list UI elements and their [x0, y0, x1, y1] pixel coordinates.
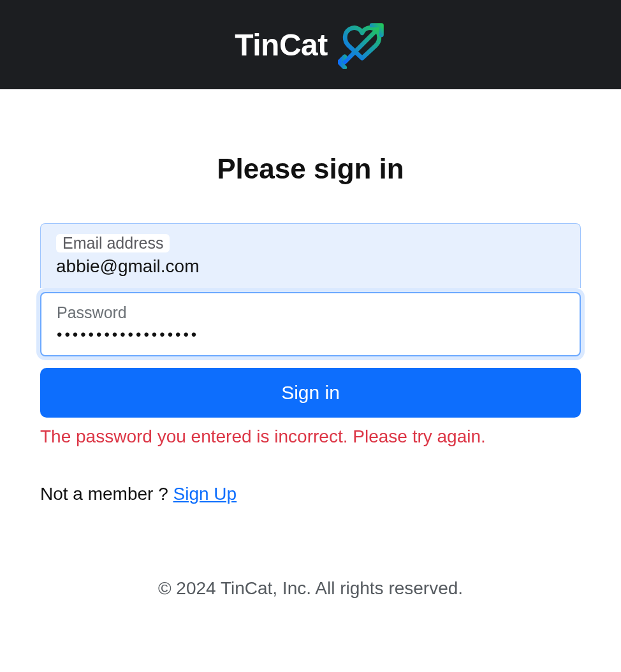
email-field-wrapper[interactable]: Email address: [40, 223, 581, 288]
signin-main: Please sign in Email address Password Si…: [20, 89, 601, 599]
signin-button[interactable]: Sign in: [40, 368, 581, 418]
password-label: Password: [57, 303, 127, 322]
app-header: TinCat: [0, 0, 621, 89]
email-input[interactable]: [56, 256, 565, 277]
brand-name: TinCat: [235, 27, 327, 62]
footer-copyright: © 2024 TinCat, Inc. All rights reserved.: [40, 578, 581, 599]
signup-row: Not a member ? Sign Up: [40, 484, 581, 504]
signup-link[interactable]: Sign Up: [173, 484, 237, 504]
signup-prompt: Not a member ?: [40, 484, 173, 504]
password-field-wrapper[interactable]: Password: [40, 292, 581, 356]
page-title: Please sign in: [40, 153, 581, 185]
error-message: The password you entered is incorrect. P…: [40, 427, 581, 447]
email-label: Email address: [56, 234, 170, 252]
heart-arrow-icon: [338, 20, 386, 69]
password-input[interactable]: [57, 326, 564, 344]
